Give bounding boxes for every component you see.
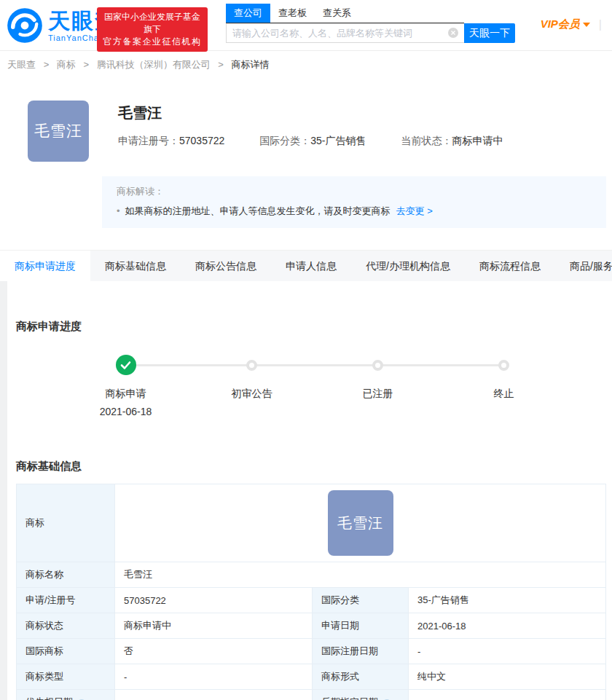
search-input[interactable] bbox=[226, 23, 464, 43]
clear-icon[interactable] bbox=[448, 28, 458, 38]
row-value: 毛雪汪 bbox=[115, 562, 606, 588]
table-row: 商标状态 商标申请中 申请日期 2021-06-18 bbox=[17, 613, 606, 639]
vip-member-link[interactable]: VIP会员 bbox=[541, 17, 580, 31]
search-tab-company[interactable]: 查公司 bbox=[226, 4, 270, 23]
check-circle-icon bbox=[116, 355, 136, 375]
tab-goods-services[interactable]: 商品/服务项目 bbox=[555, 251, 612, 281]
breadcrumb-company[interactable]: 腾讯科技（深圳）有限公司 bbox=[97, 59, 211, 70]
tab-agency-info[interactable]: 代理/办理机构信息 bbox=[351, 251, 465, 281]
main-content: 商标申请进度 商标申请 2021-06-18 初审公告 已注册 bbox=[7, 281, 612, 700]
row-label: 商标名称 bbox=[17, 562, 115, 588]
row-label: 商标 bbox=[17, 484, 115, 562]
tianyancha-logo-icon bbox=[6, 7, 44, 44]
progress-stepper: 商标申请 2021-06-18 初审公告 已注册 终止 bbox=[16, 355, 612, 428]
gov-certification-badge: 国家中小企业发展子基金旗下 官方备案企业征信机构 bbox=[97, 7, 208, 52]
tab-application-progress[interactable]: 商标申请进度 bbox=[0, 251, 90, 281]
section-tab-bar: 商标申请进度 商标基础信息 商标公告信息 申请人信息 代理/办理机构信息 商标流… bbox=[0, 250, 612, 281]
trademark-title: 毛雪汪 bbox=[118, 103, 538, 123]
step-preliminary-announcement: 初审公告 bbox=[189, 355, 315, 417]
breadcrumb-separator: > bbox=[44, 59, 50, 70]
field-current-status: 当前状态：商标申请中 bbox=[401, 135, 503, 148]
table-row: 商标类型 - 商标形式 纯中文 bbox=[17, 664, 606, 690]
field-registration-number: 申请注册号：57035722 bbox=[118, 135, 224, 148]
pending-circle-icon bbox=[498, 360, 509, 371]
search-area: 查公司 查老板 查关系 天眼一下 bbox=[226, 4, 515, 43]
badge-line2: 官方备案企业征信机构 bbox=[103, 36, 202, 48]
step-application: 商标申请 2021-06-18 bbox=[63, 355, 189, 417]
basic-info-table: 商标 毛雪汪 商标名称 毛雪汪 申请/注册号 57035722 国际分类 35-… bbox=[16, 484, 606, 700]
pending-circle-icon bbox=[246, 360, 257, 371]
badge-line1: 国家中小企业发展子基金旗下 bbox=[103, 11, 202, 36]
table-row-name: 商标名称 毛雪汪 bbox=[17, 562, 606, 588]
table-row: 国际商标 否 国际注册日期 - bbox=[17, 639, 606, 664]
trademark-interpretation-box: 商标解读： •如果商标的注册地址、申请人等信息发生变化，请及时变更商标去变更 > bbox=[102, 176, 606, 228]
breadcrumb-current: 商标详情 bbox=[232, 59, 270, 70]
search-tabs: 查公司 查老板 查关系 bbox=[226, 4, 464, 23]
search-tab-relation[interactable]: 查关系 bbox=[315, 4, 359, 23]
trademark-header-card: 毛雪汪 毛雪汪 申请注册号：57035722 国际分类：35-广告销售 当前状态… bbox=[0, 78, 612, 250]
breadcrumb-separator: > bbox=[83, 59, 89, 70]
progress-heading: 商标申请进度 bbox=[16, 281, 612, 334]
search-button[interactable]: 天眼一下 bbox=[464, 23, 515, 43]
tab-applicant-info[interactable]: 申请人信息 bbox=[271, 251, 351, 281]
go-change-link[interactable]: 去变更 > bbox=[396, 205, 433, 216]
breadcrumb-trademark[interactable]: 商标 bbox=[57, 59, 76, 70]
breadcrumb-home[interactable]: 天眼查 bbox=[7, 59, 36, 70]
interpretation-title: 商标解读： bbox=[117, 185, 592, 198]
breadcrumb-separator: > bbox=[218, 59, 224, 70]
basic-info-heading: 商标基础信息 bbox=[16, 460, 612, 473]
pending-circle-icon bbox=[372, 360, 383, 371]
step-terminated: 终止 bbox=[441, 355, 567, 417]
trademark-table-image: 毛雪汪 bbox=[328, 490, 393, 556]
search-tab-boss[interactable]: 查老板 bbox=[270, 4, 315, 23]
breadcrumb: 天眼查 > 商标 > 腾讯科技（深圳）有限公司 > 商标详情 bbox=[0, 51, 612, 78]
header-divider: | bbox=[599, 18, 602, 31]
step-registered: 已注册 bbox=[315, 355, 441, 417]
table-row: 优先权日期? - 后期指定日期? - bbox=[17, 690, 606, 700]
interpretation-text: 如果商标的注册地址、申请人等信息发生变化，请及时变更商标 bbox=[125, 205, 391, 216]
tab-announcement-info[interactable]: 商标公告信息 bbox=[181, 251, 271, 281]
table-row-trademark-image: 商标 毛雪汪 bbox=[17, 484, 606, 562]
top-bar: 天眼查 TianYanCha.com 国家中小企业发展子基金旗下 官方备案企业征… bbox=[0, 0, 612, 51]
tab-process-info[interactable]: 商标流程信息 bbox=[465, 251, 555, 281]
step-date: 2021-06-18 bbox=[63, 406, 189, 417]
field-international-class: 国际分类：35-广告销售 bbox=[259, 135, 366, 148]
bullet-icon: • bbox=[117, 205, 120, 216]
table-row: 申请/注册号 57035722 国际分类 35-广告销售 bbox=[17, 588, 606, 613]
tab-basic-info[interactable]: 商标基础信息 bbox=[90, 251, 181, 281]
trademark-logo-image: 毛雪汪 bbox=[28, 101, 89, 162]
chevron-down-icon bbox=[583, 23, 590, 27]
